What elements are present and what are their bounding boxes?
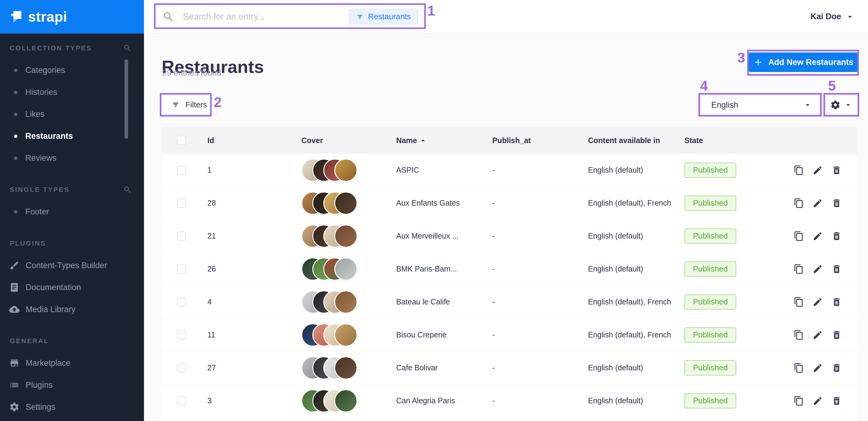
sidebar-item-restaurants[interactable]: Restaurants bbox=[0, 125, 144, 147]
cell-name: Bisou Creperie bbox=[396, 330, 492, 339]
edit-icon[interactable] bbox=[812, 198, 823, 208]
sidebar-item-label: Documentation bbox=[26, 283, 81, 292]
bullet-icon bbox=[14, 91, 18, 94]
table-row[interactable]: 3Can Alegria Paris-English (default)Publ… bbox=[162, 384, 858, 417]
book-icon bbox=[9, 282, 20, 293]
column-header-cover[interactable]: Cover bbox=[301, 136, 396, 145]
duplicate-icon[interactable] bbox=[794, 396, 804, 406]
search-collection-chip-label: Restaurants bbox=[368, 12, 411, 21]
delete-icon[interactable] bbox=[831, 264, 842, 274]
topbar: Restaurants Kai Doe bbox=[144, 0, 868, 34]
row-checkbox[interactable] bbox=[177, 199, 186, 208]
column-header-state[interactable]: State bbox=[684, 136, 793, 145]
entries-count: 29 entries found bbox=[162, 68, 221, 78]
delete-icon[interactable] bbox=[831, 330, 842, 340]
sidebar-scrollbar[interactable] bbox=[124, 59, 128, 139]
entries-table: Id Cover Name Publish_at Content availab… bbox=[162, 127, 858, 421]
delete-icon[interactable] bbox=[831, 297, 842, 307]
table-row[interactable]: 28Aux Enfants Gates-English (default), F… bbox=[162, 187, 858, 220]
edit-icon[interactable] bbox=[812, 396, 823, 406]
row-checkbox[interactable] bbox=[177, 330, 186, 339]
settings-dropdown-button[interactable] bbox=[825, 95, 858, 115]
sidebar-item-likes[interactable]: Likes bbox=[0, 103, 144, 125]
delete-icon[interactable] bbox=[831, 198, 842, 208]
column-header-publish-at[interactable]: Publish_at bbox=[492, 136, 588, 145]
delete-icon[interactable] bbox=[831, 231, 842, 241]
duplicate-icon[interactable] bbox=[794, 264, 804, 274]
duplicate-icon[interactable] bbox=[794, 198, 804, 208]
sidebar-item-label: Footer bbox=[25, 207, 49, 217]
sidebar-item-media-library[interactable]: Media Library bbox=[0, 298, 144, 320]
cover-thumbnail bbox=[334, 258, 358, 281]
column-header-name[interactable]: Name bbox=[396, 136, 492, 145]
chevron-down-icon bbox=[844, 100, 853, 110]
row-checkbox[interactable] bbox=[177, 166, 186, 175]
table-row[interactable]: 11Bisou Creperie-English (default), Fren… bbox=[162, 319, 858, 352]
filters-button[interactable]: Filters bbox=[162, 95, 217, 114]
search-icon[interactable] bbox=[123, 44, 132, 53]
filters-button-label: Filters bbox=[185, 100, 207, 110]
sidebar-item-reviews[interactable]: Reviews bbox=[0, 147, 144, 169]
sidebar-item-histories[interactable]: Histories bbox=[0, 81, 144, 103]
row-checkbox[interactable] bbox=[177, 297, 186, 307]
sidebar-item-documentation[interactable]: Documentation bbox=[0, 276, 144, 298]
edit-icon[interactable] bbox=[812, 264, 823, 274]
bullet-icon bbox=[14, 69, 18, 72]
sidebar-item-categories[interactable]: Categories bbox=[0, 59, 144, 81]
filter-bars-icon bbox=[172, 100, 180, 109]
column-header-id[interactable]: Id bbox=[207, 136, 301, 145]
select-all-checkbox[interactable] bbox=[177, 136, 186, 145]
row-checkbox[interactable] bbox=[177, 363, 186, 372]
annotation-number-4: 4 bbox=[700, 79, 708, 93]
table-row[interactable]: 4Bateau le Calife-English (default), Fre… bbox=[162, 285, 858, 319]
sidebar-section-header: COLLECTION TYPES bbox=[0, 42, 144, 54]
sidebar-item-plugins[interactable]: Plugins bbox=[0, 374, 144, 396]
row-checkbox[interactable] bbox=[177, 396, 186, 405]
sidebar-item-footer[interactable]: Footer bbox=[0, 201, 144, 223]
sidebar-section-plugins: PLUGINSContent-Types BuilderDocumentatio… bbox=[0, 237, 144, 320]
cell-publish-at: - bbox=[492, 232, 588, 240]
locale-select[interactable]: English bbox=[700, 95, 820, 115]
column-header-content-available-in[interactable]: Content available in bbox=[588, 136, 684, 145]
user-menu[interactable]: Kai Doe bbox=[810, 12, 868, 21]
cell-publish-at: - bbox=[492, 199, 588, 207]
table-row[interactable]: 21Aux Merveilleux ...-English (default)P… bbox=[162, 220, 858, 252]
sidebar-section-header: SINGLE TYPES bbox=[0, 184, 144, 196]
search-icon[interactable] bbox=[123, 185, 132, 194]
sidebar-item-content-types-builder[interactable]: Content-Types Builder bbox=[0, 254, 144, 276]
sidebar-item-settings[interactable]: Settings bbox=[0, 396, 144, 418]
row-checkbox[interactable] bbox=[177, 232, 186, 241]
table-row[interactable]: 1ASPIC-English (default)Published bbox=[162, 154, 858, 187]
edit-icon[interactable] bbox=[812, 165, 823, 175]
duplicate-icon[interactable] bbox=[794, 297, 804, 307]
duplicate-icon[interactable] bbox=[794, 363, 804, 373]
annotation-number-5: 5 bbox=[828, 79, 836, 93]
sidebar-item-label: Restaurants bbox=[25, 131, 73, 141]
delete-icon[interactable] bbox=[831, 363, 842, 373]
status-badge: Published bbox=[684, 393, 736, 409]
duplicate-icon[interactable] bbox=[794, 165, 804, 175]
duplicate-icon[interactable] bbox=[794, 231, 804, 241]
edit-icon[interactable] bbox=[812, 363, 823, 373]
edit-icon[interactable] bbox=[812, 330, 823, 340]
table-row[interactable]: 27Cafe Bolivar-English (default)Publishe… bbox=[162, 352, 858, 384]
delete-icon[interactable] bbox=[831, 396, 842, 406]
add-new-restaurants-button[interactable]: Add New Restaurants bbox=[749, 53, 858, 72]
sidebar-item-marketplace[interactable]: Marketplace bbox=[0, 352, 144, 374]
edit-icon[interactable] bbox=[812, 297, 823, 307]
duplicate-icon[interactable] bbox=[794, 330, 804, 340]
table-row[interactable]: 26BMK Paris-Bam...-English (default)Publ… bbox=[162, 252, 858, 285]
strapi-logo[interactable]: strapi bbox=[0, 0, 144, 34]
app-root: strapi COLLECTION TYPESCategoriesHistori… bbox=[0, 0, 868, 421]
search-input[interactable] bbox=[182, 11, 349, 22]
cloud-upload-icon bbox=[9, 304, 20, 314]
chevron-down-icon bbox=[845, 12, 855, 21]
chevron-down-icon bbox=[803, 100, 812, 110]
edit-icon[interactable] bbox=[812, 231, 823, 241]
cell-id: 21 bbox=[207, 232, 301, 240]
sidebar-section-label: GENERAL bbox=[10, 337, 49, 345]
sidebar-section-header: PLUGINS bbox=[0, 237, 144, 249]
row-checkbox[interactable] bbox=[177, 265, 186, 274]
delete-icon[interactable] bbox=[831, 165, 842, 175]
search-collection-chip[interactable]: Restaurants bbox=[349, 9, 418, 24]
